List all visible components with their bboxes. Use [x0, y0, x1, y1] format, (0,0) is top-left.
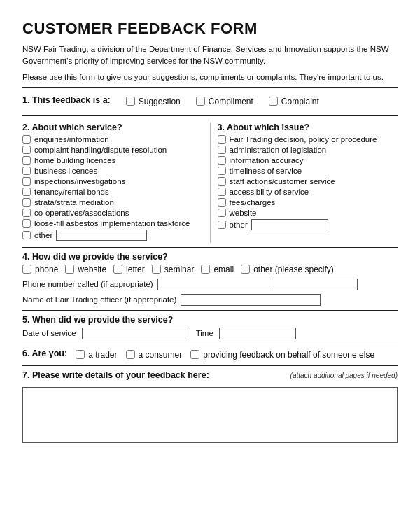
- cb-tenancy[interactable]: [22, 188, 31, 196]
- section2-title: 2. About which service?: [22, 122, 203, 132]
- issue-other-input[interactable]: [251, 219, 328, 230]
- section1-title: 1. This feedback is a:: [22, 95, 111, 105]
- cb-channel-website[interactable]: [65, 265, 74, 274]
- service-inspections: inspections/investigations: [22, 177, 203, 186]
- issue-fair-trading: Fair Trading decision, policy or procedu…: [218, 135, 398, 144]
- cb-service-other[interactable]: [22, 231, 31, 239]
- service-tenancy: tenancy/rental bonds: [22, 188, 203, 196]
- checkbox-suggestion[interactable]: [126, 97, 135, 106]
- cb-website[interactable]: [218, 209, 226, 217]
- service-business-licences: business licences: [22, 167, 203, 175]
- issue-fees: fees/charges: [218, 198, 398, 206]
- officer-name-label: Name of Fair Trading officer (if appropr…: [22, 295, 176, 304]
- section7-header-row: 7. Please write details of your feedback…: [22, 370, 398, 383]
- cb-staff-actions[interactable]: [218, 177, 226, 186]
- cb-home-building[interactable]: [22, 156, 31, 164]
- intro-text-2: Please use this form to give us your sug…: [22, 71, 398, 83]
- section-2: 2. About which service? enquiries/inform…: [22, 122, 210, 243]
- cb-trader[interactable]: [76, 350, 85, 359]
- officer-name-row: Name of Fair Trading officer (if appropr…: [22, 294, 398, 306]
- phone-number-label: Phone number called (if appropriate): [22, 280, 153, 288]
- officer-name-input[interactable]: [181, 294, 321, 306]
- option-complaint[interactable]: Complaint: [269, 97, 319, 106]
- cb-info-accuracy[interactable]: [218, 156, 226, 164]
- channel-email[interactable]: email: [201, 265, 234, 274]
- section-7: 7. Please write details of your feedback…: [22, 365, 398, 445]
- cb-admin-legislation[interactable]: [218, 146, 226, 154]
- service-complaint-handling: complaint handling/dispute resolution: [22, 146, 203, 154]
- date-label: Date of service: [22, 329, 76, 337]
- cb-letter[interactable]: [113, 265, 122, 274]
- role-consumer[interactable]: a consumer: [126, 350, 183, 360]
- section7-title: 7. Please write details of your feedback…: [22, 370, 209, 380]
- attach-note: (attach additional pages if needed): [290, 372, 398, 379]
- section5-title: 5. When did we provide the service?: [22, 315, 398, 325]
- section-1: 1. This feedback is a: Suggestion Compli…: [22, 88, 398, 111]
- phone-number-row: Phone number called (if appropriate): [22, 279, 398, 290]
- cb-channel-other[interactable]: [241, 265, 250, 274]
- date-input[interactable]: [82, 328, 190, 340]
- time-input[interactable]: [219, 328, 296, 340]
- cb-accessibility[interactable]: [218, 188, 226, 196]
- issue-timeliness: timeliness of service: [218, 167, 398, 175]
- issue-website: website: [218, 209, 398, 217]
- intro-text-1: NSW Fair Trading, a division of the Depa…: [22, 43, 398, 68]
- cb-issue-other[interactable]: [218, 220, 226, 229]
- checkbox-complaint[interactable]: [269, 97, 278, 106]
- issue-admin-legislation: administration of legislation: [218, 146, 398, 154]
- date-time-row: Date of service Time: [22, 328, 398, 340]
- section-5: 5. When did we provide the service? Date…: [22, 310, 398, 340]
- phone-number-input[interactable]: [158, 279, 270, 290]
- section3-title: 3. About which issue?: [218, 122, 398, 132]
- cb-fees[interactable]: [218, 198, 226, 206]
- cb-timeliness[interactable]: [218, 167, 226, 175]
- cb-inspections[interactable]: [22, 177, 31, 186]
- role-trader[interactable]: a trader: [76, 350, 117, 360]
- page-title: CUSTOMER FEEDBACK FORM: [22, 20, 398, 38]
- issue-info-accuracy: information accuracy: [218, 156, 398, 164]
- channel-letter[interactable]: letter: [113, 265, 145, 274]
- service-home-building: home building licences: [22, 156, 203, 164]
- cb-consumer[interactable]: [126, 350, 135, 359]
- cb-behalf[interactable]: [190, 350, 200, 359]
- checkbox-compliment[interactable]: [196, 97, 205, 106]
- service-enquiries: enquiries/information: [22, 135, 203, 144]
- service-cooperatives: co-operatives/associations: [22, 209, 203, 217]
- cb-enquiries[interactable]: [22, 135, 31, 144]
- cb-fair-trading[interactable]: [218, 135, 226, 144]
- cb-phone[interactable]: [22, 265, 31, 274]
- section-6: 6. Are you: a trader a consumer providin…: [22, 344, 398, 361]
- option-suggestion[interactable]: Suggestion: [126, 97, 181, 106]
- phone-number-input2[interactable]: [274, 279, 358, 290]
- cb-business-licences[interactable]: [22, 167, 31, 175]
- section-4: 4. How did we provide the service? phone…: [22, 247, 398, 306]
- feedback-textarea[interactable]: [22, 387, 398, 443]
- section-3: 3. About which issue? Fair Trading decis…: [210, 122, 398, 243]
- cb-complaint-handling[interactable]: [22, 146, 31, 154]
- channel-website[interactable]: website: [65, 265, 106, 274]
- issue-accessibility: accessibility of service: [218, 188, 398, 196]
- service-asbestos: loose-fill asbestos implementation taskf…: [22, 219, 203, 227]
- channel-other[interactable]: other (please specify): [241, 265, 334, 274]
- service-strata: strata/strata mediation: [22, 198, 203, 206]
- service-other: other: [22, 230, 203, 241]
- service-other-input[interactable]: [56, 230, 147, 241]
- role-behalf[interactable]: providing feedback on behalf of someone …: [190, 350, 374, 360]
- cb-asbestos[interactable]: [22, 219, 31, 227]
- section6-title: 6. Are you:: [22, 349, 67, 358]
- cb-strata[interactable]: [22, 198, 31, 206]
- option-compliment[interactable]: Compliment: [196, 97, 253, 106]
- section-2-3: 2. About which service? enquiries/inform…: [22, 115, 398, 243]
- issue-staff-actions: staff actions/customer service: [218, 177, 398, 186]
- cb-seminar[interactable]: [152, 265, 161, 274]
- time-label: Time: [196, 329, 214, 337]
- channel-phone[interactable]: phone: [22, 265, 58, 274]
- cb-email[interactable]: [201, 265, 210, 274]
- channel-seminar[interactable]: seminar: [152, 265, 195, 274]
- issue-other: other: [218, 219, 398, 230]
- cb-cooperatives[interactable]: [22, 209, 31, 217]
- section4-title: 4. How did we provide the service?: [22, 252, 398, 262]
